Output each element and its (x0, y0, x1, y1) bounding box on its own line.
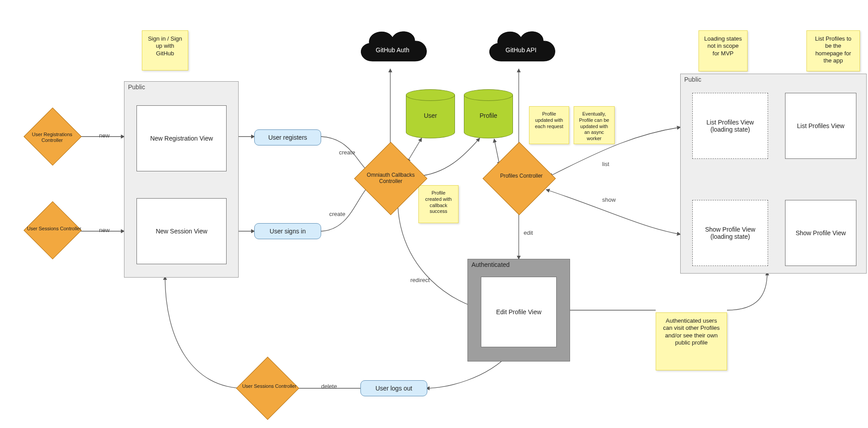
view-edit-profile: Edit Profile View (481, 277, 557, 347)
diamond-label: User Sessions Controller (239, 384, 300, 390)
view-label: Show Profile View (loading state) (695, 226, 765, 240)
cloud-github-api: GitHub API (481, 19, 561, 72)
controller-profiles: Profiles Controller (483, 142, 556, 215)
note-text: Loading states not in scope for MVP (704, 35, 742, 57)
note-text: Profile updated with each request (535, 111, 563, 129)
view-label: Edit Profile View (496, 308, 541, 316)
note-text: Authenticated users can visit other Prof… (663, 317, 719, 346)
controller-omniauth-callbacks: Omniauth Callbacks Controller (354, 142, 427, 215)
datastore-profile: Profile (464, 89, 513, 138)
group-label: Authenticated (471, 261, 510, 268)
controller-user-sessions-top: User Sessions Controller (24, 201, 82, 259)
diamond-label: Profiles Controller (486, 173, 557, 179)
action-user-signs-in: User signs in (254, 223, 321, 239)
view-show-profile-loading: Show Profile View (loading state) (692, 200, 768, 266)
note-auth-visit: Authenticated users can visit other Prof… (656, 312, 727, 370)
diamond-label: User Sessions Controller (26, 226, 82, 232)
controller-user-registrations: User Registrations Controller (24, 108, 82, 166)
view-label: List Profiles View (loading state) (695, 119, 765, 133)
group-label: Public (128, 83, 145, 91)
diamond-label: User Registrations Controller (24, 132, 80, 143)
controller-user-sessions-bottom: User Sessions Controller (236, 357, 299, 420)
edge-label-redirect: redirect (410, 277, 430, 283)
view-new-registration: New Registration View (136, 105, 227, 171)
view-label: New Registration View (150, 135, 213, 142)
edge-label-list: list (602, 161, 609, 167)
view-new-session: New Session View (136, 198, 227, 264)
edge-label-delete: delete (321, 383, 337, 390)
note-text: Profile created with callback success (425, 190, 451, 214)
cloud-github-auth: GitHub Auth (352, 19, 433, 72)
group-label: Public (684, 76, 701, 83)
view-label: New Session View (156, 228, 207, 235)
note-text: Sign in / Sign up with GitHub (148, 35, 182, 57)
action-label: User signs in (270, 228, 306, 235)
edge-label-new-2: new (99, 227, 110, 233)
diamond-label: Omniauth Callbacks Controller (355, 172, 426, 185)
cloud-label: GitHub Auth (352, 46, 433, 54)
note-signin-signup: Sign in / Sign up with GitHub (142, 30, 188, 71)
view-show-profile: Show Profile View (785, 200, 856, 266)
note-text: Eventually, Profile can be updated with … (579, 111, 609, 141)
view-list-profiles: List Profiles View (785, 93, 856, 159)
cyl-label: Profile (464, 112, 513, 119)
action-label: User registers (268, 134, 307, 141)
view-label: Show Profile View (796, 229, 846, 237)
view-list-profiles-loading: List Profiles View (loading state) (692, 93, 768, 159)
datastore-user: User (406, 89, 455, 138)
note-loading-states: Loading states not in scope for MVP (699, 30, 748, 71)
edge-label-show: show (602, 196, 616, 203)
cloud-label: GitHub API (481, 46, 561, 54)
edge-label-create-2: create (329, 211, 345, 217)
note-profile-updated: Profile updated with each request (529, 106, 569, 144)
action-label: User logs out (376, 385, 412, 392)
note-text: List Profiles to be the homepage for the… (815, 35, 851, 64)
view-label: List Profiles View (797, 122, 844, 129)
cyl-label: User (406, 112, 455, 119)
action-user-registers: User registers (254, 129, 321, 145)
note-list-homepage: List Profiles to be the homepage for the… (806, 30, 860, 71)
edge-label-edit: edit (524, 229, 533, 236)
edge-label-create-1: create (339, 149, 355, 156)
edge-label-new-1: new (99, 132, 110, 139)
note-async-worker: Eventually, Profile can be updated with … (574, 106, 615, 144)
action-user-logs-out: User logs out (360, 380, 427, 396)
note-profile-callback: Profile created with callback success (418, 185, 459, 223)
